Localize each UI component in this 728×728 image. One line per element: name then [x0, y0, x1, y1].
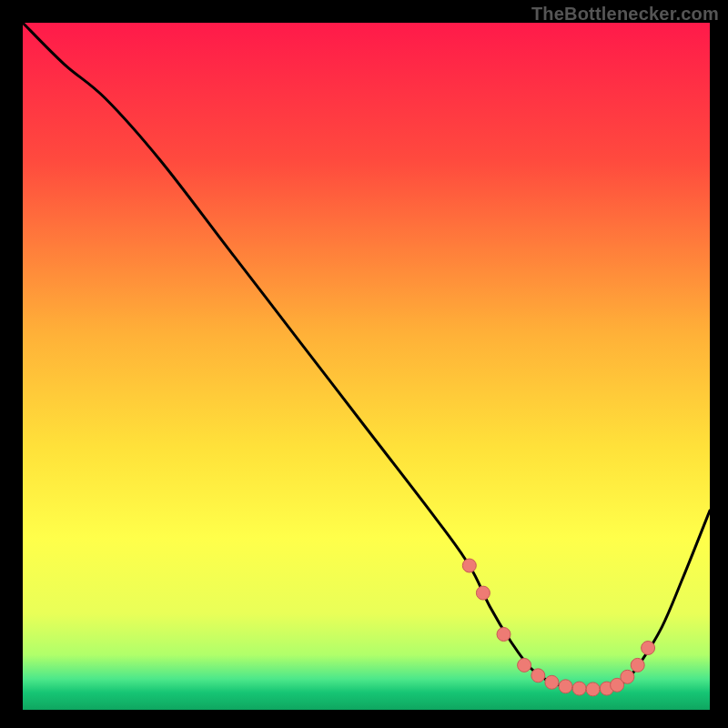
curve-marker [559, 680, 572, 693]
curve-marker [497, 628, 511, 642]
curve-marker [572, 682, 586, 695]
curve-marker [631, 658, 644, 672]
gradient-background [23, 23, 710, 710]
curve-marker [642, 642, 655, 655]
chart-canvas [0, 0, 728, 728]
curve-marker [518, 658, 531, 672]
curve-marker [545, 675, 559, 689]
curve-marker [531, 669, 545, 682]
curve-marker [621, 670, 634, 683]
chart-stage: TheBottlenecker.com [0, 0, 728, 728]
curve-marker [462, 559, 476, 572]
curve-marker [476, 586, 490, 600]
watermark-text: TheBottlenecker.com [531, 4, 719, 25]
curve-marker [586, 682, 600, 696]
